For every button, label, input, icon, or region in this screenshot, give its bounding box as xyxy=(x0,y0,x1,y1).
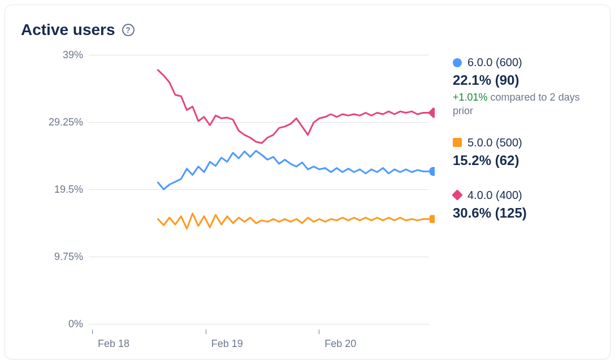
legend-name: 4.0.0 (400) xyxy=(467,189,522,202)
series-line xyxy=(158,151,429,189)
circle-marker-icon xyxy=(453,58,462,67)
legend-name: 6.0.0 (600) xyxy=(467,56,522,69)
title-row: Active users ? xyxy=(21,21,594,39)
square-marker-icon xyxy=(453,138,462,147)
help-icon[interactable]: ? xyxy=(122,24,135,36)
legend-compare: +1.01% compared to 2 days prior xyxy=(453,90,594,118)
series-line xyxy=(158,70,429,143)
legend: 6.0.0 (600)22.1% (90)+1.01% compared to … xyxy=(453,49,594,348)
legend-value: 22.1% (90) xyxy=(453,72,594,88)
content-row: 39%29.25%19.5%9.75%0%Feb 18Feb 19Feb 20 … xyxy=(21,49,594,348)
delta-positive: +1.01% xyxy=(453,92,488,103)
circle-marker-icon xyxy=(429,167,435,176)
legend-item[interactable]: 4.0.0 (400)30.6% (125) xyxy=(453,189,594,223)
legend-header: 5.0.0 (500) xyxy=(453,136,594,149)
diamond-marker-icon xyxy=(428,107,435,119)
series-line xyxy=(158,214,429,229)
legend-value: 15.2% (62) xyxy=(453,153,594,168)
active-users-card: Active users ? 39%29.25%19.5%9.75%0%Feb … xyxy=(5,5,610,359)
legend-header: 6.0.0 (600) xyxy=(453,56,594,69)
legend-item[interactable]: 6.0.0 (600)22.1% (90)+1.01% compared to … xyxy=(453,56,594,118)
diamond-marker-icon xyxy=(452,189,463,201)
chart-title: Active users xyxy=(21,21,115,39)
legend-value: 30.6% (125) xyxy=(453,205,594,221)
plot-svg xyxy=(21,49,435,348)
legend-header: 4.0.0 (400) xyxy=(453,189,594,202)
legend-name: 5.0.0 (500) xyxy=(467,136,522,149)
chart-area: 39%29.25%19.5%9.75%0%Feb 18Feb 19Feb 20 xyxy=(21,49,435,348)
legend-item[interactable]: 5.0.0 (500)15.2% (62) xyxy=(453,136,594,171)
square-marker-icon xyxy=(430,215,435,223)
